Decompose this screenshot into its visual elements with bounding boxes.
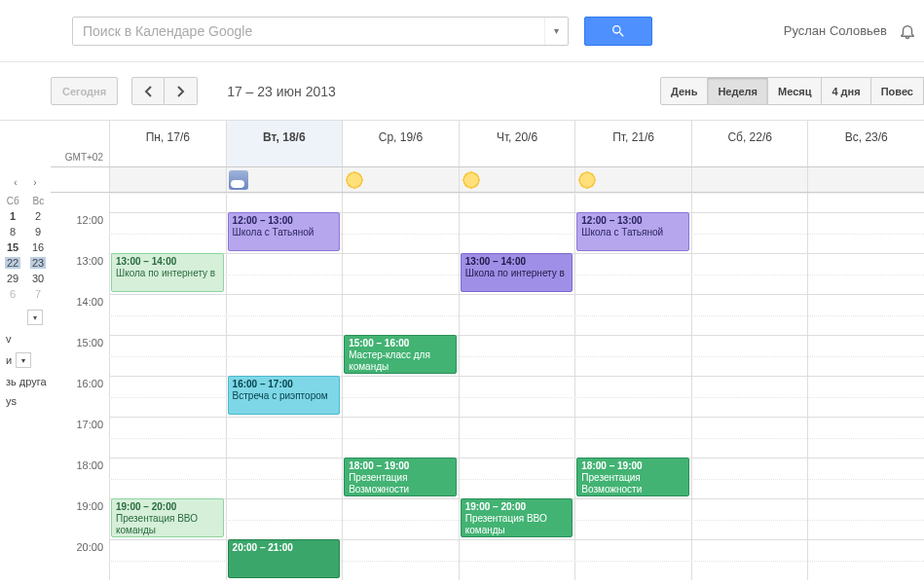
mini-cal-prev[interactable]: ‹	[14, 177, 17, 188]
grid-cell[interactable]	[691, 377, 808, 417]
mini-cal-day[interactable]: 23	[30, 257, 46, 269]
day-header-cell[interactable]: Ср, 19/6	[342, 121, 459, 166]
view-4days[interactable]: 4 дня	[822, 77, 870, 105]
grid-cell[interactable]	[574, 418, 691, 458]
side-item-3[interactable]: зь друга	[6, 376, 47, 387]
grid-cell[interactable]	[342, 295, 459, 335]
grid-cell[interactable]	[574, 499, 691, 539]
grid-cell[interactable]	[109, 418, 226, 458]
mini-cal-day[interactable]: 30	[30, 273, 46, 284]
grid-cell[interactable]	[574, 193, 691, 212]
grid-cell[interactable]	[342, 254, 459, 294]
side-item-2[interactable]: и	[6, 354, 12, 366]
mini-cal-day[interactable]: 8	[5, 226, 20, 238]
allday-cell[interactable]	[691, 167, 808, 192]
grid-cell[interactable]	[459, 213, 575, 253]
allday-cell[interactable]	[459, 167, 575, 192]
grid-cell[interactable]	[807, 499, 924, 539]
grid-cell[interactable]	[109, 213, 226, 253]
view-agenda[interactable]: Повес	[871, 77, 924, 105]
search-dropdown-toggle[interactable]: ▾	[544, 18, 568, 45]
day-header-cell[interactable]: Пт, 21/6	[574, 121, 691, 166]
grid-cell[interactable]	[459, 377, 575, 417]
day-header-cell[interactable]: Пн, 17/6	[109, 121, 226, 166]
grid-cell[interactable]	[574, 295, 691, 335]
prev-button[interactable]	[131, 77, 165, 105]
grid-cell[interactable]	[109, 540, 226, 580]
grid-cell[interactable]	[691, 418, 808, 458]
mini-cal-next[interactable]: ›	[33, 177, 36, 188]
mini-cal-day[interactable]: 1	[5, 210, 20, 222]
grid-cell[interactable]	[691, 336, 808, 376]
mini-cal-day[interactable]: 16	[30, 241, 46, 253]
notifications-icon[interactable]	[899, 22, 916, 40]
grid-cell[interactable]	[807, 418, 924, 458]
mini-cal-day[interactable]: 15	[5, 241, 20, 253]
mini-cal-day[interactable]: 9	[30, 226, 46, 238]
grid-cell[interactable]	[226, 499, 343, 539]
grid-cell[interactable]	[342, 540, 459, 580]
grid-cell[interactable]	[574, 254, 691, 294]
grid-cell[interactable]	[109, 193, 226, 212]
mini-cal-day[interactable]: 2	[30, 210, 46, 222]
mini-cal-day[interactable]: 7	[30, 288, 46, 300]
grid-cell[interactable]	[691, 193, 808, 212]
mini-cal-day[interactable]: 6	[5, 288, 20, 300]
day-header-cell[interactable]: Вт, 18/6	[226, 121, 343, 166]
search-box[interactable]: ▾	[72, 17, 569, 46]
mini-cal-day[interactable]: 29	[5, 273, 20, 284]
grid-cell[interactable]	[691, 254, 808, 294]
grid-cell[interactable]	[691, 213, 808, 253]
grid-cell[interactable]	[109, 336, 226, 376]
allday-cell[interactable]	[226, 167, 343, 192]
grid-cell[interactable]	[807, 213, 924, 253]
calendar-event[interactable]: 18:00 – 19:00Презентация Возможности	[344, 458, 457, 496]
grid-cell[interactable]	[807, 377, 924, 417]
grid-cell[interactable]	[226, 418, 343, 458]
grid-cell[interactable]	[574, 377, 691, 417]
search-button[interactable]	[584, 17, 652, 46]
grid-cell[interactable]	[226, 336, 343, 376]
user-name[interactable]: Руслан Соловьев	[784, 23, 899, 38]
calendar-event[interactable]: 19:00 – 20:00Презентация ВВО команды	[111, 498, 224, 537]
grid-cell[interactable]	[574, 540, 691, 580]
allday-cell[interactable]	[807, 167, 924, 192]
calendar-event[interactable]: 12:00 – 13:00Школа с Татьяной	[576, 212, 689, 251]
calendar-event[interactable]: 12:00 – 13:00Школа с Татьяной	[228, 212, 341, 251]
grid-cell[interactable]	[807, 254, 924, 294]
calendar-event[interactable]: 16:00 – 17:00Встреча с риэптором	[228, 376, 341, 415]
day-header-cell[interactable]: Чт, 20/6	[459, 121, 575, 166]
grid-cell[interactable]	[807, 458, 924, 498]
side-item-4[interactable]: ys	[6, 395, 17, 407]
grid-cell[interactable]	[691, 295, 808, 335]
next-button[interactable]	[165, 77, 198, 105]
grid-cell[interactable]	[342, 213, 459, 253]
grid-cell[interactable]	[691, 499, 808, 539]
grid-cell[interactable]	[807, 540, 924, 580]
calendar-event[interactable]: 19:00 – 20:00Презентация ВВО команды	[461, 498, 573, 537]
allday-cell[interactable]	[574, 167, 691, 192]
view-month[interactable]: Месяц	[768, 77, 822, 105]
grid-cell[interactable]	[459, 336, 575, 376]
grid-cell[interactable]	[459, 193, 575, 212]
grid-cell[interactable]	[342, 499, 459, 539]
mini-cal-day[interactable]: 22	[5, 257, 20, 269]
grid-cell[interactable]	[459, 295, 575, 335]
search-input[interactable]	[73, 18, 544, 45]
grid-cell[interactable]	[691, 458, 808, 498]
side-item-1[interactable]: v	[6, 333, 12, 345]
grid-cell[interactable]	[109, 377, 226, 417]
grid-cell[interactable]	[459, 418, 575, 458]
calendar-event[interactable]: 13:00 – 14:00Школа по интернету в	[461, 253, 573, 292]
grid-cell[interactable]	[226, 295, 343, 335]
calendar-event[interactable]: 18:00 – 19:00Презентация Возможности	[576, 458, 689, 496]
calendar-event[interactable]: 15:00 – 16:00Мастер-класс для команды	[344, 335, 457, 374]
calendar-event[interactable]: 20:00 – 21:00	[228, 539, 341, 578]
grid-cell[interactable]	[226, 254, 343, 294]
grid-cell[interactable]	[574, 336, 691, 376]
grid-cell[interactable]	[459, 458, 575, 498]
allday-cell[interactable]	[109, 167, 226, 192]
grid-cell[interactable]	[226, 458, 343, 498]
view-day[interactable]: День	[660, 77, 709, 105]
side-item-2-drop[interactable]: ▾	[16, 352, 31, 368]
